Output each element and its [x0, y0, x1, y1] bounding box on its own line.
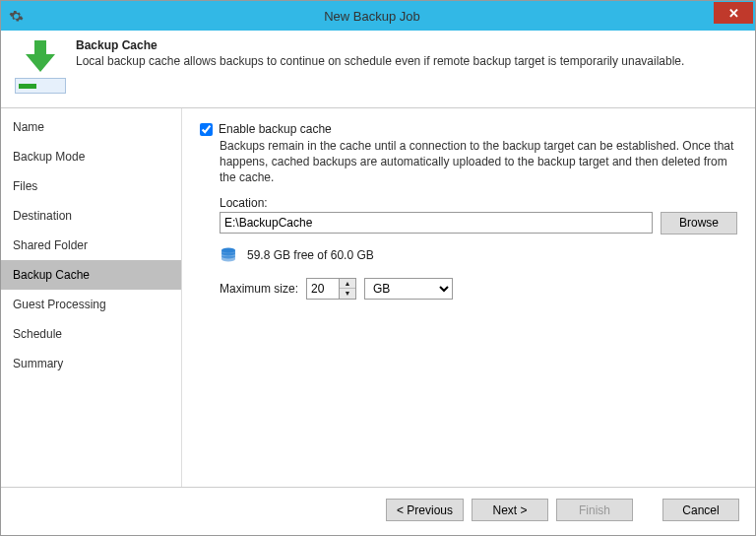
cancel-button[interactable]: Cancel — [662, 499, 739, 521]
next-button[interactable]: Next > — [472, 499, 548, 521]
finish-button: Finish — [556, 499, 633, 521]
enable-backup-cache-checkbox[interactable] — [200, 123, 213, 136]
step-guest-processing[interactable]: Guest Processing — [1, 290, 181, 319]
location-input[interactable] — [220, 212, 653, 234]
stepper-up-icon[interactable]: ▲ — [340, 279, 355, 290]
step-files[interactable]: Files — [1, 171, 181, 201]
max-size-label: Maximum size: — [220, 282, 298, 296]
step-shared-folder[interactable]: Shared Folder — [1, 231, 181, 260]
window-title: New Backup Job — [31, 9, 714, 24]
stepper-down-icon[interactable]: ▼ — [340, 289, 355, 299]
disk-free-text: 59.8 GB free of 60.0 GB — [247, 248, 374, 262]
progress-icon — [15, 78, 66, 94]
max-size-stepper[interactable]: ▲ ▼ — [306, 278, 356, 300]
disk-stack-icon — [220, 246, 237, 264]
titlebar: New Backup Job ✕ — [1, 1, 755, 31]
settings-icon — [1, 9, 31, 24]
max-size-input[interactable] — [307, 279, 339, 299]
step-backup-mode[interactable]: Backup Mode — [1, 142, 181, 171]
max-size-unit-select[interactable]: GB — [364, 278, 453, 300]
enable-backup-cache-label: Enable backup cache — [219, 122, 332, 136]
location-label: Location: — [220, 196, 737, 210]
wizard-steps-sidebar: Name Backup Mode Files Destination Share… — [1, 108, 182, 487]
header-description: Local backup cache allows backups to con… — [76, 54, 743, 68]
header-icon — [13, 38, 68, 94]
step-schedule[interactable]: Schedule — [1, 319, 181, 349]
download-arrow-icon — [21, 38, 60, 74]
wizard-header: Backup Cache Local backup cache allows b… — [1, 31, 755, 108]
step-backup-cache[interactable]: Backup Cache — [1, 260, 181, 290]
browse-button[interactable]: Browse — [661, 212, 737, 234]
close-button[interactable]: ✕ — [714, 2, 753, 24]
step-summary[interactable]: Summary — [1, 349, 181, 378]
step-name[interactable]: Name — [1, 112, 181, 142]
previous-button[interactable]: < Previous — [386, 499, 464, 521]
cache-description: Backups remain in the cache until a conn… — [220, 138, 737, 186]
main-panel: Enable backup cache Backups remain in th… — [182, 108, 755, 487]
step-destination[interactable]: Destination — [1, 201, 181, 231]
header-title: Backup Cache — [76, 38, 743, 52]
wizard-footer: < Previous Next > Finish Cancel — [1, 487, 755, 532]
